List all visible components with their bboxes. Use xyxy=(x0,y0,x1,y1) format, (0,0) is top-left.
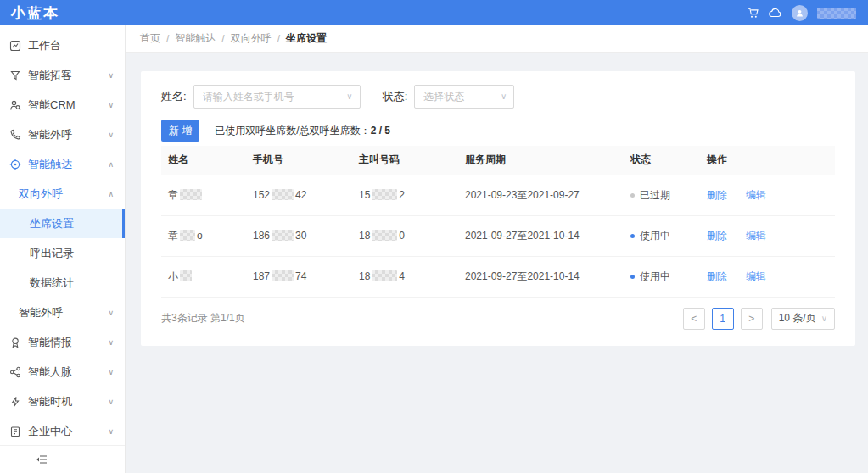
sidebar-item-label: 双向外呼 xyxy=(19,186,63,202)
edit-link[interactable]: 编辑 xyxy=(746,270,766,282)
chevron-up-icon: ∧ xyxy=(108,190,114,198)
sidebar-item-two-way-call[interactable]: 双向外呼 ∧ xyxy=(0,179,125,209)
person-icon xyxy=(795,8,804,18)
censored-text xyxy=(180,270,192,281)
censored-text xyxy=(272,270,294,281)
sidebar-item-data-statistics[interactable]: 数据统计 xyxy=(0,268,125,298)
status-text: 使用中 xyxy=(640,270,670,282)
cell-text: 186 xyxy=(253,230,270,242)
cart-icon[interactable] xyxy=(748,8,759,19)
cell-text: 0 xyxy=(399,230,405,242)
sidebar-item-call-records[interactable]: 呼出记录 xyxy=(0,238,125,268)
status-text: 已过期 xyxy=(640,189,670,201)
breadcrumb-reach[interactable]: 智能触达 xyxy=(175,31,216,46)
cloud-icon[interactable] xyxy=(769,8,782,18)
col-caller-number: 主叫号码 xyxy=(352,146,458,175)
censored-text xyxy=(372,270,397,281)
status-dot xyxy=(630,234,635,238)
collapse-sidebar-icon[interactable] xyxy=(36,454,48,465)
sidebar-item-outbound-call[interactable]: 智能外呼 ∨ xyxy=(0,120,125,149)
breadcrumb-two-way-call[interactable]: 双向外呼 xyxy=(231,31,272,46)
sidebar-item-smart-outbound-sub[interactable]: 智能外呼 ∨ xyxy=(0,298,125,327)
delete-link[interactable]: 删除 xyxy=(707,270,727,282)
delete-link[interactable]: 删除 xyxy=(707,189,727,201)
breadcrumb-separator: / xyxy=(221,33,224,45)
topbar-right xyxy=(748,5,868,21)
sidebar-item-label: 智能时机 xyxy=(28,394,72,409)
chevron-down-icon: ∨ xyxy=(108,309,114,317)
sidebar-item-label: 工作台 xyxy=(28,38,61,53)
delete-link[interactable]: 删除 xyxy=(707,230,727,242)
status-dot xyxy=(630,193,635,198)
add-button[interactable]: 新 增 xyxy=(161,120,199,142)
breadcrumb-home[interactable]: 首页 xyxy=(140,31,160,46)
col-actions: 操作 xyxy=(700,146,835,175)
page-size-value: 10 条/页 xyxy=(779,311,816,326)
sidebar-item-workbench[interactable]: 工作台 xyxy=(0,31,125,60)
censored-text xyxy=(272,230,294,241)
sidebar-menu: 工作台 智能拓客 ∨ 智能CRM ∨ xyxy=(0,25,125,446)
toolbar: 新 增 已使用双呼坐席数/总双呼坐席数：2 / 5 xyxy=(161,120,835,142)
app-logo[interactable]: 小蓝本 xyxy=(0,3,70,23)
col-status: 状态 xyxy=(624,146,700,175)
reach-icon xyxy=(9,159,21,170)
cell-text: 4 xyxy=(399,270,405,282)
sidebar-item-seat-settings[interactable]: 坐席设置 xyxy=(0,209,125,238)
edit-link[interactable]: 编辑 xyxy=(746,230,766,242)
sidebar-item-label: 企业中心 xyxy=(28,424,72,439)
name-filter-input[interactable] xyxy=(193,85,361,109)
crm-icon xyxy=(9,99,21,111)
sidebar-item-reach[interactable]: 智能触达 ∧ xyxy=(0,149,125,179)
table-footer: 共3条记录 第1/1页 < 1 > 10 条/页 ∨ xyxy=(161,298,835,330)
workbench-icon xyxy=(9,40,21,52)
edit-link[interactable]: 编辑 xyxy=(746,189,766,201)
sidebar-item-crm[interactable]: 智能CRM ∨ xyxy=(0,90,125,120)
status-filter-label: 状态: xyxy=(383,89,408,104)
breadcrumb: 首页 / 智能触达 / 双向外呼 / 坐席设置 xyxy=(126,25,868,53)
cell-text: 42 xyxy=(295,189,306,201)
page-size-select[interactable]: 10 条/页 ∨ xyxy=(771,308,835,330)
status-filter-input[interactable] xyxy=(414,85,514,109)
col-service-period: 服务周期 xyxy=(458,146,624,175)
cell-text: 15 xyxy=(359,189,370,201)
outbound-call-icon xyxy=(9,129,21,141)
current-page-button[interactable]: 1 xyxy=(712,308,734,330)
sidebar-item-intel[interactable]: 智能情报 ∨ xyxy=(0,327,125,357)
status-text: 使用中 xyxy=(640,230,670,242)
next-page-button[interactable]: > xyxy=(741,308,763,330)
status-filter-select[interactable]: ∨ xyxy=(414,85,514,109)
sidebar-item-label: 智能触达 xyxy=(28,157,72,172)
sidebar-item-label: 坐席设置 xyxy=(30,216,74,231)
chevron-down-icon: ∨ xyxy=(108,398,114,406)
seat-usage-value: 2 / 5 xyxy=(371,125,390,136)
cell-text: 小 xyxy=(168,270,178,282)
chevron-down-icon: ∨ xyxy=(108,368,114,376)
sidebar-item-label: 数据统计 xyxy=(30,275,74,291)
sidebar-item-network[interactable]: 智能人脉 ∨ xyxy=(0,357,125,387)
table-row: 章o 18630 180 2021-09-27至2021-10-14 使用中 删… xyxy=(161,215,835,256)
cell-text: 18 xyxy=(359,230,370,242)
sidebar-item-label: 智能人脉 xyxy=(28,364,72,380)
status-dot xyxy=(630,275,635,279)
sidebar-item-prospecting[interactable]: 智能拓客 ∨ xyxy=(0,60,125,90)
table-row: 章 15242 152 2021-09-23至2021-09-27 已过期 删除… xyxy=(161,175,835,215)
intel-icon xyxy=(9,337,21,348)
sidebar-item-enterprise[interactable]: 企业中心 ∨ xyxy=(0,416,125,446)
prev-page-button[interactable]: < xyxy=(683,308,705,330)
name-filter-label: 姓名: xyxy=(161,89,187,104)
avatar[interactable] xyxy=(792,5,808,21)
sidebar-item-label: 智能CRM xyxy=(28,97,76,113)
sidebar-item-timing[interactable]: 智能时机 ∨ xyxy=(0,387,125,416)
seat-settings-card: 姓名: ∨ 状态: ∨ 新 增 已使用双呼坐席数/总双呼坐席数：2 / 5 xyxy=(141,71,855,346)
cell-text: 章 xyxy=(168,189,178,201)
topbar: 小蓝本 xyxy=(0,0,868,25)
censored-text xyxy=(372,230,397,241)
name-filter-select[interactable]: ∨ xyxy=(193,85,361,109)
cell-text: 74 xyxy=(295,270,306,282)
cell-text: o xyxy=(197,230,203,242)
cell-text: 章 xyxy=(168,230,178,242)
enterprise-icon xyxy=(9,426,21,437)
chevron-down-icon: ∨ xyxy=(108,427,114,436)
service-period: 2021-09-27至2021-10-14 xyxy=(458,215,624,256)
breadcrumb-separator: / xyxy=(166,33,169,45)
